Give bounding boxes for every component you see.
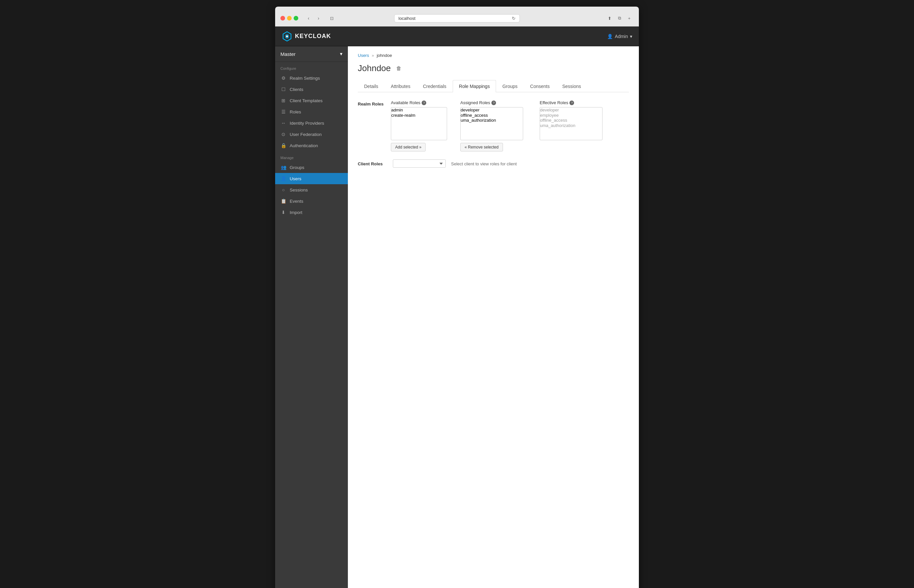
events-icon: 📋 <box>280 199 286 204</box>
manage-section-label: Manage <box>275 151 348 162</box>
client-roles-hint: Select client to view roles for client <box>451 159 517 166</box>
new-tab-button[interactable]: ⧉ <box>615 14 624 23</box>
tab-groups[interactable]: Groups <box>496 80 524 92</box>
realm-selector[interactable]: Master ▾ <box>275 46 348 62</box>
sidebar-item-sessions[interactable]: ○ Sessions <box>275 184 348 195</box>
remove-selected-button[interactable]: « Remove selected <box>460 143 503 152</box>
sidebar-item-label: Groups <box>290 165 304 170</box>
sidebar-item-label: Events <box>290 199 303 204</box>
top-nav: KEYCLOAK 👤 Admin ▾ <box>275 26 639 46</box>
sidebar-item-authentication[interactable]: 🔒 Authentication <box>275 140 348 151</box>
assigned-role-item[interactable]: offline_access <box>461 113 523 118</box>
breadcrumb-users-link[interactable]: Users <box>358 53 369 58</box>
tabs: Details Attributes Credentials Role Mapp… <box>358 80 629 92</box>
sidebar-item-groups[interactable]: 👥 Groups <box>275 162 348 173</box>
identity-providers-icon: ↔ <box>280 120 286 126</box>
sidebar-item-client-templates[interactable]: ⊞ Client Templates <box>275 95 348 106</box>
sidebar-item-clients[interactable]: ☐ Clients <box>275 84 348 95</box>
sidebar-item-label: Identity Providers <box>290 121 324 126</box>
effective-roles-col: Effective Roles ? developer employee off… <box>540 100 606 140</box>
available-roles-listbox[interactable]: admin create-realm <box>391 107 447 140</box>
role-mappings-content: Realm Roles Available Roles ? admin crea… <box>358 100 629 168</box>
effective-roles-label: Effective Roles ? <box>540 100 606 105</box>
client-roles-content <box>393 159 446 168</box>
client-roles-label: Client Roles <box>358 159 388 166</box>
tab-role-mappings[interactable]: Role Mappings <box>453 80 496 92</box>
available-roles-help-icon[interactable]: ? <box>421 100 426 105</box>
assigned-role-item[interactable]: uma_authorization <box>461 118 523 123</box>
realm-roles-section: Realm Roles Available Roles ? admin crea… <box>358 100 629 152</box>
sidebar-item-label: Clients <box>290 87 303 92</box>
add-selected-button[interactable]: Add selected » <box>391 143 426 152</box>
sidebar-item-events[interactable]: 📋 Events <box>275 195 348 207</box>
close-button[interactable] <box>280 16 285 21</box>
share-button[interactable]: ⬆ <box>605 14 614 23</box>
sidebar-item-label: Users <box>290 176 301 181</box>
app-window: KEYCLOAK 👤 Admin ▾ Master ▾ Configure ⚙ … <box>275 26 639 588</box>
breadcrumb-separator: » <box>372 53 374 58</box>
keycloak-logo: KEYCLOAK <box>282 31 331 42</box>
breadcrumb-current: johndoe <box>377 53 392 58</box>
reload-icon[interactable]: ↻ <box>512 16 515 21</box>
sidebar-item-label: Realm Settings <box>290 76 320 81</box>
page-title: Johndoe <box>358 63 391 73</box>
add-tab-button[interactable]: + <box>625 14 634 23</box>
address-bar[interactable]: localhost ↻ <box>394 14 520 23</box>
realm-settings-icon: ⚙ <box>280 75 286 81</box>
import-icon: ⬇ <box>280 210 286 215</box>
user-federation-icon: ⊙ <box>280 132 286 137</box>
tab-details[interactable]: Details <box>358 80 384 92</box>
sidebar-item-import[interactable]: ⬇ Import <box>275 207 348 218</box>
effective-role-item[interactable]: developer <box>540 107 602 113</box>
roles-icon: ☰ <box>280 109 286 115</box>
effective-roles-help-icon[interactable]: ? <box>569 100 574 105</box>
delete-user-button[interactable]: 🗑 <box>395 64 403 73</box>
sidebar-item-label: User Federation <box>290 132 322 137</box>
user-icon: 👤 <box>607 34 613 39</box>
client-templates-icon: ⊞ <box>280 98 286 103</box>
users-icon: 👤 <box>280 176 286 181</box>
available-role-item[interactable]: admin <box>391 107 447 113</box>
page-title-row: Johndoe 🗑 <box>358 63 629 73</box>
available-role-item[interactable]: create-realm <box>391 113 447 118</box>
tab-consents[interactable]: Consents <box>524 80 556 92</box>
sidebar-item-users[interactable]: 👤 Users <box>275 173 348 184</box>
effective-roles-listbox[interactable]: developer employee offline_access uma_au… <box>540 107 602 140</box>
sessions-icon: ○ <box>280 187 286 192</box>
admin-dropdown-icon: ▾ <box>630 34 632 39</box>
client-roles-select[interactable] <box>393 159 446 168</box>
sidebar-item-label: Roles <box>290 110 301 115</box>
assigned-roles-help-icon[interactable]: ? <box>491 100 496 105</box>
minimize-button[interactable] <box>287 16 292 21</box>
available-roles-col: Available Roles ? admin create-realm Add… <box>391 100 447 152</box>
sidebar-item-label: Sessions <box>290 187 308 192</box>
sidebar-item-realm-settings[interactable]: ⚙ Realm Settings <box>275 73 348 84</box>
sidebar-item-user-federation[interactable]: ⊙ User Federation <box>275 129 348 140</box>
groups-icon: 👥 <box>280 165 286 170</box>
sidebar-item-identity-providers[interactable]: ↔ Identity Providers <box>275 117 348 129</box>
forward-button[interactable]: › <box>314 14 323 23</box>
sidebar: Master ▾ Configure ⚙ Realm Settings ☐ Cl… <box>275 46 348 588</box>
tab-attributes[interactable]: Attributes <box>384 80 417 92</box>
effective-role-item[interactable]: uma_authorization <box>540 123 602 128</box>
realm-roles-label-col: Realm Roles <box>358 100 391 107</box>
address-bar-wrap: localhost ↻ <box>394 14 520 23</box>
maximize-button[interactable] <box>294 16 298 21</box>
realm-name: Master <box>280 51 296 57</box>
browser-chrome: ‹ › ⊡ localhost ↻ ⬆ ⧉ + <box>275 6 639 26</box>
traffic-lights <box>280 16 298 21</box>
realm-dropdown-icon: ▾ <box>340 51 342 57</box>
sidebar-item-roles[interactable]: ☰ Roles <box>275 106 348 117</box>
configure-section-label: Configure <box>275 62 348 73</box>
window-toggle-button[interactable]: ⊡ <box>327 14 336 23</box>
app-title: KEYCLOAK <box>295 33 331 40</box>
tab-credentials[interactable]: Credentials <box>417 80 453 92</box>
admin-menu[interactable]: 👤 Admin ▾ <box>607 34 632 39</box>
effective-role-item[interactable]: offline_access <box>540 118 602 123</box>
assigned-roles-listbox[interactable]: developer offline_access uma_authorizati… <box>460 107 523 140</box>
tab-sessions[interactable]: Sessions <box>556 80 587 92</box>
effective-role-item[interactable]: employee <box>540 113 602 118</box>
admin-label: Admin <box>615 34 628 39</box>
back-button[interactable]: ‹ <box>304 14 313 23</box>
assigned-role-item[interactable]: developer <box>461 107 523 113</box>
